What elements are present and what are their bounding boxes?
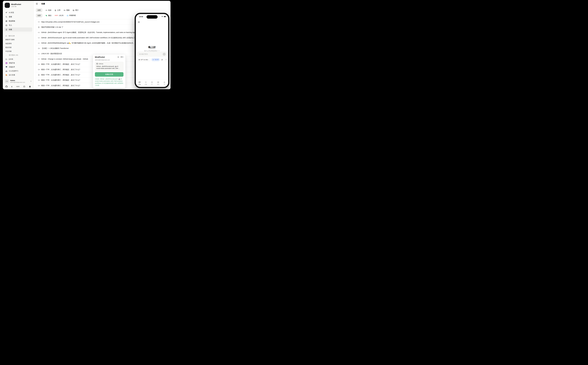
- network-icon: [6, 4, 8, 7]
- dynamic-island: [147, 15, 158, 19]
- link-icon: [38, 37, 40, 39]
- phone-menu-icon[interactable]: [138, 21, 140, 23]
- user-email: admin@mindpocket.com: [10, 82, 25, 83]
- model-selector-chip[interactable]: GPT-4o Mini ⌄: [137, 58, 151, 61]
- mention-chip[interactable]: @: [161, 58, 164, 61]
- bilibili-icon[interactable]: [23, 85, 25, 88]
- sidebar-item-label: 收藏: [9, 28, 12, 31]
- divider: [5, 33, 32, 33]
- folder-emoji: 🖥️: [5, 66, 7, 68]
- link-icon: [38, 53, 40, 55]
- knowledge-base-chip[interactable]: 知识库: [151, 58, 160, 61]
- sidebar-item-ai-chat[interactable]: AI 对话: [4, 10, 32, 15]
- page-title: 收藏: [41, 3, 45, 5]
- bookmark-title: GitHub - jihe520/MathModelAgent: 🤖📐 专为数学…: [41, 42, 135, 44]
- video-icon: [38, 69, 40, 70]
- phone-tab-chat[interactable]: 对话: [136, 80, 143, 87]
- chat-item[interactable]: 信息查询: [4, 42, 32, 45]
- user-name: Admin: [10, 80, 25, 81]
- source-tab-bilibili[interactable]: 哔哩哔哩: [67, 14, 76, 17]
- bookmark-title: 模拟一千年，从兴盛到衰亡，再到稳定，发生了什么?: [41, 63, 80, 65]
- video-icon: [38, 63, 40, 65]
- app-subtitle: 口袋大脑: [11, 6, 21, 7]
- signal-icon: [158, 16, 161, 17]
- type-filter-row: 全部 链接 文章 视频 图片: [36, 8, 170, 12]
- page-header: 收藏: [34, 1, 170, 7]
- show-more-button[interactable]: ··· 显示更多 (16): [4, 53, 32, 57]
- send-button[interactable]: ↑: [163, 53, 166, 56]
- phone-tab-me[interactable]: 我: [161, 80, 168, 87]
- x-icon[interactable]: X: [11, 86, 12, 88]
- globe-icon: [139, 59, 140, 60]
- sidebar-nav: AI 对话 搜索 数据看板 导入 收藏: [4, 10, 32, 32]
- qq-icon[interactable]: [29, 85, 31, 88]
- tab-label: 链接: [48, 9, 51, 11]
- folder-item[interactable]: 🖥️ 后端技术: [4, 65, 32, 69]
- page-source-card: GitHub GitHub - jihe520/social-push: 🤖 A…: [95, 62, 123, 71]
- phone-chat-input-box: ↑: [137, 52, 167, 57]
- chevron-down-icon: ⌄: [149, 59, 149, 60]
- sidebar-item-label: 搜索: [9, 16, 12, 18]
- github-icon[interactable]: [5, 85, 7, 88]
- type-tab-articles[interactable]: 文章: [54, 9, 61, 11]
- bookmark-title: 模拟一千年，从兴盛到衰亡，再到稳定，发生了什么?: [41, 79, 80, 81]
- folder-item[interactable]: 🤖 AI & 机器学习: [4, 69, 32, 73]
- bookmark-title: GitHub - jihe520/learn-agent: 学习 Agent 的…: [41, 31, 137, 34]
- app-logo: [5, 3, 10, 8]
- sidebar-item-dashboard[interactable]: 数据看板: [4, 19, 32, 23]
- sidebar-item-label: AI 对话: [9, 12, 14, 14]
- chat-item[interactable]: 获取学习资料: [4, 38, 32, 42]
- chat-item[interactable]: 初次问候: [4, 45, 32, 49]
- bookmark-title: 我的开源项目突破 1.1k star 了: [41, 26, 63, 28]
- logout-button[interactable]: 退出: [121, 56, 123, 58]
- phone-chat-input[interactable]: [139, 53, 163, 55]
- folder-label: 前端开发: [9, 62, 15, 64]
- phone-tab-label: 收藏: [145, 84, 147, 85]
- import-icon: [5, 24, 7, 26]
- folder-item[interactable]: ⚛️ 前端开发: [4, 61, 32, 65]
- greeting-title: 晚上好: [136, 46, 168, 49]
- avatar: CN: [5, 79, 9, 83]
- type-tab-all[interactable]: 全部: [36, 8, 42, 12]
- gear-icon[interactable]: [117, 56, 119, 58]
- source-tab-xiaohongshu[interactable]: 小红书 小红书: [54, 14, 63, 17]
- search-icon: [5, 16, 7, 18]
- type-tab-links[interactable]: 链接: [46, 9, 51, 11]
- type-tab-images[interactable]: 图片: [73, 9, 79, 11]
- chat-item[interactable]: 中文问候: [4, 49, 32, 53]
- type-tab-videos[interactable]: 视频: [64, 9, 69, 11]
- folder-item[interactable]: 🎨 设计灵感: [4, 73, 32, 77]
- show-more-label: 显示更多 (16): [9, 54, 18, 56]
- save-page-button[interactable]: 收藏此页面: [95, 72, 123, 77]
- knowledge-base-label: 知识库: [155, 59, 159, 61]
- phone-status-bar: 19:50: [136, 14, 168, 19]
- phone-tab-label: 对话: [139, 84, 141, 85]
- phone-tab-board[interactable]: 看板: [155, 80, 161, 87]
- folders-section[interactable]: 文件夹: [4, 57, 32, 61]
- wifi-icon: [161, 16, 163, 17]
- phone-tab-favorites[interactable]: 收藏: [143, 80, 149, 87]
- image-icon: [73, 9, 74, 11]
- tab-label: 小红书: [59, 14, 63, 17]
- link-icon: [38, 21, 40, 23]
- sidebar-item-search[interactable]: 搜索: [4, 15, 32, 19]
- source-page-description: GitHub - jihe520/social-push: 🤖 AI socia…: [96, 65, 122, 70]
- video-icon: [64, 9, 65, 11]
- phone-bottom-nav: 对话 收藏 导入 看板 我: [136, 80, 168, 87]
- sidebar-item-favorites[interactable]: 收藏: [4, 28, 32, 32]
- bookmark-title: https://zhuanlan.zhihu.com/p/19228080470…: [41, 21, 100, 23]
- add-chip[interactable]: +: [164, 58, 168, 61]
- chevron-up-down-icon: [30, 80, 32, 82]
- sidebar-toggle-icon[interactable]: [36, 3, 38, 5]
- sidebar-item-import[interactable]: 导入: [4, 23, 32, 28]
- sparkles-icon: [5, 12, 7, 14]
- xiaohongshu-icon[interactable]: 小红书: [16, 86, 20, 87]
- user-account-selector[interactable]: CN Admin admin@mindpocket.com: [4, 78, 32, 84]
- phone-tab-import[interactable]: 导入: [149, 80, 155, 87]
- folder-emoji: 🎨: [5, 74, 7, 76]
- source-tab-wechat[interactable]: 微信: [46, 14, 51, 17]
- chat-icon: [5, 35, 7, 37]
- person-icon: [163, 81, 165, 83]
- source-tab-all[interactable]: 全部: [36, 14, 42, 17]
- phone-screen: 19:50 晚上好 有什么可以帮您的吗？？ ↑ GPT-4o Mini ⌄: [136, 14, 168, 87]
